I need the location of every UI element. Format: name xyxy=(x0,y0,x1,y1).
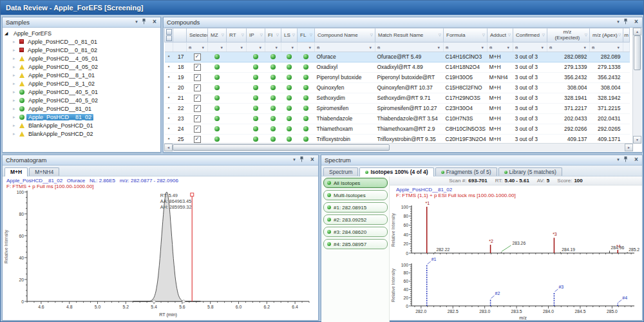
isotope-button--1-282-08915[interactable]: #1: 282.08915 xyxy=(323,202,388,213)
close-icon[interactable]: × xyxy=(632,19,640,26)
filter-cell[interactable]: a▼ xyxy=(488,42,513,52)
filter-funnel-icon[interactable]: ▽ xyxy=(439,33,441,37)
tab-isotopes-100-4-of-4-[interactable]: Isotopes 100% (4 of 4) xyxy=(359,167,433,176)
checkbox-checked-icon[interactable]: ✓ xyxy=(194,136,201,143)
scroll-up-icon[interactable]: ▲ xyxy=(633,28,641,35)
column-header-fi[interactable]: FI▽ xyxy=(265,28,281,43)
checkbox-checked-icon[interactable]: ✓ xyxy=(194,105,201,112)
tab-m-h[interactable]: M+H xyxy=(5,167,28,176)
selected-cell[interactable]: ✓ xyxy=(187,62,208,72)
column-header-rt[interactable]: RT▽ xyxy=(227,28,247,43)
measured-spectrum-plot[interactable]: 020406080100Relative Intensity*1*2*3*428… xyxy=(390,199,639,257)
filter-cell[interactable]: a▼ xyxy=(590,42,623,52)
filter-funnel-icon[interactable]: ▽ xyxy=(260,33,263,37)
filter-dropdown-icon[interactable]: ▼ xyxy=(259,46,262,50)
isotope-button-all-isotopes[interactable]: All Isotopes xyxy=(323,178,388,188)
chevron-down-icon[interactable]: ▼ xyxy=(614,19,622,26)
row-expander-icon[interactable]: * xyxy=(165,124,173,134)
chevron-down-icon[interactable]: ▼ xyxy=(614,156,622,164)
tree-collapsed-icon[interactable]: ▸ xyxy=(13,115,17,120)
selected-cell[interactable]: ✓ xyxy=(187,82,208,93)
sample-item[interactable]: ▸Apple_PosHCD__40_5_02 xyxy=(5,96,160,104)
column-header-mz[interactable]: MZ▽ xyxy=(208,28,227,43)
sample-item[interactable]: ▸Apple_PosHCD__81_01 xyxy=(5,104,160,113)
filter-dropdown-icon[interactable]: ▼ xyxy=(481,46,484,50)
column-header-ls[interactable]: LS▽ xyxy=(281,28,298,43)
filter-dropdown-icon[interactable]: ▼ xyxy=(308,46,312,50)
filter-cell[interactable]: ▼ xyxy=(208,42,227,52)
compound-row[interactable]: *19✓Piperonyl butoxidePiperonyl butoxide… xyxy=(165,72,630,82)
filter-cell[interactable]: a▼ xyxy=(187,42,208,52)
tab-spectrum[interactable]: Spectrum xyxy=(323,167,358,176)
filter-funnel-icon[interactable]: ▽ xyxy=(542,33,545,37)
pin-icon[interactable] xyxy=(623,156,631,164)
selected-cell[interactable]: ✓ xyxy=(187,134,208,144)
checkbox-checked-icon[interactable]: ✓ xyxy=(194,74,201,81)
compound-row[interactable]: *25✓TrifloxystrobinTrifloxystrobin@RT 9.… xyxy=(165,134,630,144)
filter-row[interactable]: a▼▼▼▼▼▼▼a▼a▼a▼a▼a▼a▼a▼ xyxy=(165,42,630,52)
filter-dropdown-icon[interactable]: ▼ xyxy=(583,46,587,50)
pin-icon[interactable] xyxy=(623,19,631,26)
sample-item[interactable]: ▸Apple_PosHCD__8_1_02 xyxy=(5,79,160,88)
close-icon[interactable]: × xyxy=(151,19,158,26)
sample-item[interactable]: ▸BlankApple_PosHCD_01 xyxy=(5,121,160,129)
column-header-ip[interactable]: IP▽ xyxy=(247,28,265,43)
isotope-button--4-285-08957[interactable]: #4: 285.08957 xyxy=(323,239,388,249)
tree-collapsed-icon[interactable]: ▸ xyxy=(13,39,17,44)
compounds-table[interactable]: Selected▽MZ▽RT▽IP▽FI▽LS▽FL▽Compound Name… xyxy=(164,28,630,144)
scroll-left-icon[interactable]: ◄ xyxy=(164,144,173,151)
isotope-button--2-283-09252[interactable]: #2: 283.09252 xyxy=(323,214,388,225)
filter-funnel-icon[interactable]: ▽ xyxy=(310,33,312,37)
chevron-down-icon[interactable]: ▼ xyxy=(290,156,298,164)
compound-row[interactable]: *23✓ThiabendazoleThiabendazole@RT 3.54C1… xyxy=(165,113,630,124)
filter-dropdown-icon[interactable]: ▼ xyxy=(202,46,205,50)
tab-library-5-matches-[interactable]: Library (5 matches) xyxy=(498,167,562,176)
column-header-confirmed[interactable]: Confirmed▽ xyxy=(513,28,547,43)
selected-cell[interactable]: ✓ xyxy=(187,52,208,62)
column-header-m-z-apex-[interactable]: m/z (Apex)▽ xyxy=(590,28,623,43)
column-header-adduct[interactable]: Adduct▽ xyxy=(488,28,513,43)
selected-cell[interactable]: ✓ xyxy=(187,103,208,113)
checkbox-checked-icon[interactable]: ✓ xyxy=(194,53,201,61)
filter-dropdown-icon[interactable]: ▼ xyxy=(369,46,372,50)
filter-cell[interactable]: ▼ xyxy=(247,42,265,52)
tree-collapsed-icon[interactable]: ▸ xyxy=(13,48,17,53)
filter-funnel-icon[interactable]: ▽ xyxy=(276,33,279,37)
selected-cell[interactable]: ✓ xyxy=(187,93,208,103)
checkbox-checked-icon[interactable]: ✓ xyxy=(194,64,201,71)
compound-row[interactable]: *22✓SpiromesifenSpiromesifen@RT 10.27C23… xyxy=(165,103,630,113)
filter-cell[interactable]: ▼ xyxy=(281,42,298,52)
sample-item[interactable]: ▸Apple_PosHCD__8_1_01 xyxy=(5,71,160,79)
sample-item[interactable]: ▸Apple_PosHCD__40_5_01 xyxy=(5,88,160,96)
filter-funnel-icon[interactable]: ▽ xyxy=(508,33,511,37)
filter-cell[interactable]: ▼ xyxy=(227,42,247,52)
horizontal-scrollbar[interactable]: ◄ ► xyxy=(164,143,633,151)
sample-item[interactable]: ▸Apple_PosHCD__81_02 xyxy=(5,113,160,121)
checkbox-checked-icon[interactable]: ✓ xyxy=(194,95,201,102)
sample-item[interactable]: ▸Apple_PosHCD__0_81_01 xyxy=(5,37,160,46)
selected-cell[interactable]: ✓ xyxy=(187,113,208,124)
filter-dropdown-icon[interactable]: ▼ xyxy=(507,46,510,50)
tree-collapsed-icon[interactable]: ▸ xyxy=(13,64,17,70)
tree-collapsed-icon[interactable]: ▸ xyxy=(13,56,17,61)
tree-collapsed-icon[interactable]: ▸ xyxy=(13,90,17,95)
column-header-m-z-expected-[interactable]: m/z (Expected)▽ xyxy=(547,28,590,43)
filter-cell[interactable]: a▼ xyxy=(375,42,444,52)
tree-collapsed-icon[interactable]: ▸ xyxy=(13,98,17,103)
filter-cell[interactable]: a▼ xyxy=(315,42,375,52)
filter-funnel-icon[interactable]: ▽ xyxy=(585,33,587,37)
filter-cell[interactable]: a▼ xyxy=(547,42,590,52)
tree-collapsed-icon[interactable]: ▸ xyxy=(13,131,17,137)
filter-cell[interactable] xyxy=(173,42,187,52)
filter-cell[interactable] xyxy=(623,42,630,52)
column-header-compound-name[interactable]: Compound Name▽ xyxy=(315,28,375,43)
filter-dropdown-icon[interactable]: ▼ xyxy=(275,46,278,50)
tree-collapsed-icon[interactable]: ▸ xyxy=(13,73,17,78)
vertical-scrollbar[interactable]: ▲ ▼ xyxy=(632,28,641,144)
selected-cell[interactable]: ✓ xyxy=(187,124,208,134)
compound-row[interactable]: *21✓SethoxydimSethoxydim@RT 9.71C17H29NO… xyxy=(165,93,630,103)
scroll-down-icon[interactable]: ▼ xyxy=(633,136,641,144)
row-expander-icon[interactable]: * xyxy=(165,93,173,103)
filter-funnel-icon[interactable]: ▽ xyxy=(370,33,373,37)
selected-cell[interactable]: ✓ xyxy=(187,72,208,82)
